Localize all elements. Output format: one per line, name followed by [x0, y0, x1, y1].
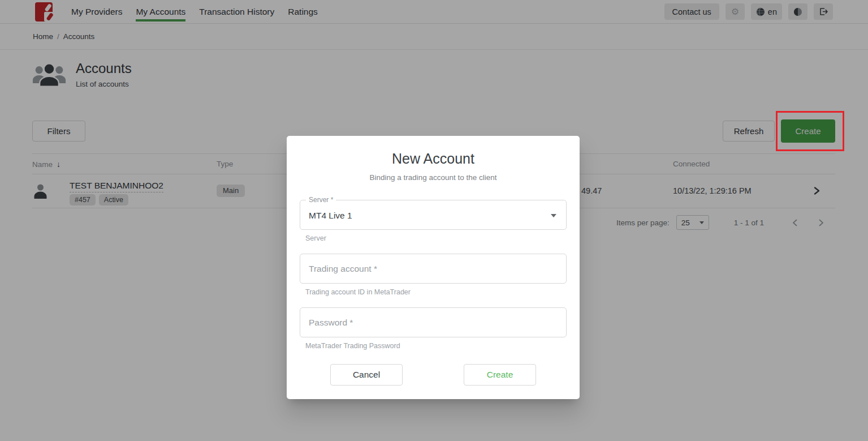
- dialog-cancel-button[interactable]: Cancel: [330, 364, 403, 386]
- trading-account-input[interactable]: [300, 254, 567, 284]
- dialog-subtitle: Binding a trading account to the client: [287, 173, 580, 182]
- server-selected-value: MT4 Live 1: [309, 211, 352, 221]
- dialog-create-button[interactable]: Create: [464, 364, 536, 386]
- dialog-title: New Account: [287, 151, 580, 167]
- trading-account-helper-text: Trading account ID in MetaTrader: [305, 288, 411, 296]
- server-field-label: Server *: [306, 196, 336, 204]
- select-arrow-icon: [551, 214, 556, 217]
- password-helper-text: MetaTrader Trading Password: [305, 342, 400, 350]
- password-input[interactable]: [300, 307, 567, 337]
- server-helper-text: Server: [305, 234, 326, 242]
- new-account-dialog: New Account Binding a trading account to…: [287, 136, 580, 399]
- server-select[interactable]: Server * MT4 Live 1: [300, 200, 567, 230]
